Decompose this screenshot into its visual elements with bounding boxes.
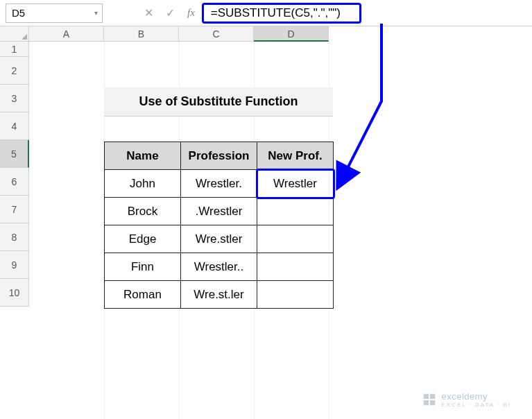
cell-name[interactable]: Brock [105,198,181,225]
col-header-b[interactable]: B [104,26,179,42]
svg-rect-0 [424,394,429,399]
row-header-2[interactable]: 2 [0,57,29,85]
row-header-3[interactable]: 3 [0,85,29,112]
row-header-4[interactable]: 4 [0,112,29,140]
cell-profession[interactable]: Wre.st.ler [181,281,257,309]
col-header-a[interactable]: A [29,26,104,42]
cell-profession[interactable]: Wre.stler [181,225,257,253]
cell-newprof[interactable] [257,198,334,225]
watermark-icon [422,392,437,407]
svg-rect-2 [424,400,429,405]
confirm-icon[interactable]: ✓ [166,6,175,19]
row-header-10[interactable]: 10 [0,279,29,307]
svg-rect-1 [430,394,435,399]
title-text: Use of Substitute Function [139,94,298,109]
fx-icon[interactable]: fx [187,7,195,19]
table-row: John Wrestler. Wrestler [105,170,334,198]
table-row: Brock .Wrestler [105,198,334,225]
table-row: Edge Wre.stler [105,225,334,253]
formula-controls: ✕ ✓ [144,6,175,19]
col-header-d[interactable]: D [254,26,329,42]
formula-text: =SUBSTITUTE(C5,".","") [211,6,341,20]
watermark-brand: exceldemy [441,391,488,402]
row-header-7[interactable]: 7 [0,196,29,223]
table-header-row: Name Profession New Prof. [105,142,334,170]
row-header-6[interactable]: 6 [0,168,29,196]
row-header-1[interactable]: 1 [0,42,29,57]
watermark: exceldemy EXCEL · DATA · BI [422,391,511,408]
watermark-tagline: EXCEL · DATA · BI [441,402,511,408]
row-header-8[interactable]: 8 [0,223,29,251]
cell-name[interactable]: John [105,170,181,198]
col-header-c[interactable]: C [179,26,254,42]
cell-name[interactable]: Roman [105,281,181,309]
row-header-5[interactable]: 5 [0,140,29,168]
cell-name[interactable]: Edge [105,225,181,253]
column-headers: A B C D [0,26,532,42]
name-box[interactable]: D5 [6,3,103,23]
name-box-value: D5 [12,7,25,19]
formula-bar: D5 ✕ ✓ fx =SUBSTITUTE(C5,".","") [0,0,532,26]
header-name[interactable]: Name [105,142,181,170]
cell-newprof[interactable] [257,253,334,281]
cell-profession[interactable]: .Wrestler [181,198,257,225]
cell-name[interactable]: Finn [105,253,181,281]
table-row: Finn Wrestler.. [105,253,334,281]
cancel-icon[interactable]: ✕ [144,6,153,19]
cell-profession[interactable]: Wrestler.. [181,253,257,281]
data-table: Name Profession New Prof. John Wrestler.… [104,142,334,309]
formula-input[interactable]: =SUBSTITUTE(C5,".","") [202,3,361,24]
page-title: Use of Substitute Function [104,87,333,117]
cell-newprof[interactable] [257,225,334,253]
table-row: Roman Wre.st.ler [105,281,334,309]
cell-newprof-active[interactable]: Wrestler [257,170,334,198]
cell-profession[interactable]: Wrestler. [181,170,257,198]
header-profession[interactable]: Profession [181,142,257,170]
header-newprof[interactable]: New Prof. [257,142,334,170]
svg-rect-3 [430,400,435,405]
select-all-corner[interactable] [0,26,29,42]
cell-newprof[interactable] [257,281,334,309]
row-header-9[interactable]: 9 [0,251,29,279]
